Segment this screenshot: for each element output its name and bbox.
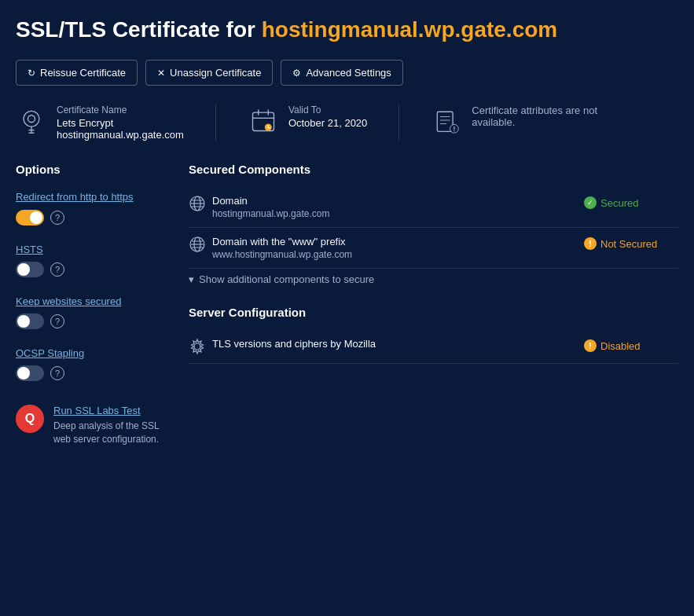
svg-point-0 bbox=[24, 112, 39, 127]
domain-www-name: Domain with the "www" prefix bbox=[212, 236, 584, 248]
cert-name-value1: Lets Encrypt bbox=[57, 117, 184, 129]
ssl-labs-icon: Q bbox=[16, 405, 44, 433]
svg-point-29 bbox=[194, 343, 200, 350]
cert-valid-item: Valid To October 21, 2020 bbox=[248, 104, 367, 136]
cert-name-label: Certificate Name bbox=[57, 104, 184, 116]
domain-www-row: Domain with the "www" prefix www.hosting… bbox=[189, 228, 678, 269]
domain-icon bbox=[189, 195, 206, 212]
secured-column: Secured Components Domain bbox=[189, 163, 678, 446]
certificate-icon bbox=[16, 104, 47, 136]
toggle-knob bbox=[17, 263, 30, 276]
toggle-knob bbox=[30, 211, 42, 224]
domain-www-status-text: Not Secured bbox=[600, 238, 657, 250]
domain-name: Domain bbox=[212, 195, 584, 207]
show-additional-link[interactable]: ▾ Show additional components to secure bbox=[189, 269, 678, 290]
advanced-settings-button[interactable]: ⚙ Advanced Settings bbox=[281, 60, 402, 86]
redirect-http-option-item: Redirect from http to https ? bbox=[16, 190, 173, 225]
svg-point-15 bbox=[454, 130, 455, 131]
server-config-title: Server Configuration bbox=[189, 306, 678, 319]
tls-gear-icon bbox=[189, 338, 206, 355]
hsts-option-item: HSTS ? bbox=[16, 243, 173, 277]
keep-websites-toggle[interactable] bbox=[16, 314, 44, 329]
ssl-labs-title-link[interactable]: Run SSL Labs Test bbox=[53, 405, 173, 416]
page-title: SSL/TLS Certificate for hostingmanual.wp… bbox=[16, 16, 678, 44]
chevron-down-icon: ▾ bbox=[189, 273, 194, 285]
tls-status-text: Disabled bbox=[600, 340, 641, 352]
ocsp-controls: ? bbox=[16, 365, 173, 381]
cert-info-row: Certificate Name Lets Encrypt hostingman… bbox=[16, 104, 678, 141]
domain-value: hostingmanual.wp.gate.com bbox=[212, 208, 584, 219]
status-not-secured-icon: ! bbox=[584, 237, 597, 250]
keep-websites-controls: ? bbox=[16, 314, 173, 329]
keep-websites-option-item: Keep websites secured ? bbox=[16, 295, 173, 329]
domain-status-text: Secured bbox=[600, 197, 638, 209]
tls-row-left: TLS versions and ciphers by Mozilla bbox=[189, 338, 584, 355]
options-column: Options Redirect from http to https ? HS… bbox=[16, 163, 189, 446]
domain-row-left: Domain hostingmanual.wp.gate.com bbox=[189, 195, 584, 219]
tls-row: TLS versions and ciphers by Mozilla ! Di… bbox=[189, 330, 678, 364]
keep-websites-link[interactable]: Keep websites secured bbox=[16, 295, 173, 309]
redirect-http-link[interactable]: Redirect from http to https bbox=[16, 190, 173, 204]
domain-component-text: Domain hostingmanual.wp.gate.com bbox=[212, 195, 584, 219]
server-config-section: Server Configuration TLS versions and ci… bbox=[189, 306, 678, 364]
ocsp-toggle[interactable] bbox=[16, 365, 44, 381]
keep-websites-help-icon[interactable]: ? bbox=[50, 314, 64, 328]
cert-valid-label: Valid To bbox=[288, 104, 367, 116]
cert-attributes-value: Certificate attributes are not available… bbox=[472, 104, 613, 128]
domain-row: Domain hostingmanual.wp.gate.com Secured bbox=[189, 187, 678, 228]
domain-www-value: www.hostingmanual.wp.gate.com bbox=[212, 249, 584, 260]
title-domain: hostingmanual.wp.gate.com bbox=[262, 17, 557, 42]
tls-status-disabled: ! Disabled bbox=[584, 339, 678, 352]
cert-name-value2: hostingmanual.wp.gate.com bbox=[57, 129, 184, 141]
cert-valid-value: October 21, 2020 bbox=[288, 117, 367, 129]
show-additional-text: Show additional components to secure bbox=[199, 273, 374, 285]
cert-separator-2 bbox=[398, 104, 399, 141]
unassign-label: Unassign Certificate bbox=[170, 67, 261, 79]
hsts-help-icon[interactable]: ? bbox=[50, 262, 64, 277]
hsts-controls: ? bbox=[16, 262, 173, 277]
unassign-icon: ✕ bbox=[157, 68, 165, 79]
domain-www-icon bbox=[189, 236, 206, 253]
svg-point-1 bbox=[28, 116, 35, 123]
unassign-certificate-button[interactable]: ✕ Unassign Certificate bbox=[145, 60, 273, 86]
reissue-certificate-button[interactable]: ↻ Reissue Certificate bbox=[16, 60, 138, 86]
cert-attributes-item: Certificate attributes are not available… bbox=[431, 104, 613, 136]
cert-valid-text: Valid To October 21, 2020 bbox=[288, 104, 367, 129]
redirect-http-controls: ? bbox=[16, 210, 173, 226]
tls-status-icon: ! bbox=[584, 339, 597, 352]
ocsp-option-item: OCSP Stapling ? bbox=[16, 346, 173, 381]
status-secured-icon bbox=[584, 196, 597, 209]
hsts-link[interactable]: HSTS bbox=[16, 243, 173, 257]
ssl-labs-desc: Deep analysis of the SSL web server conf… bbox=[53, 420, 173, 446]
domain-www-status-not-secured: ! Not Secured bbox=[584, 237, 678, 250]
options-title: Options bbox=[16, 163, 173, 176]
cert-attributes-text: Certificate attributes are not available… bbox=[472, 104, 613, 128]
ssl-labs-text: Run SSL Labs Test Deep analysis of the S… bbox=[53, 405, 173, 446]
calendar-icon bbox=[248, 104, 279, 136]
domain-www-status: ! Not Secured bbox=[584, 236, 678, 250]
title-plain: SSL/TLS Certificate for bbox=[16, 17, 262, 42]
cert-name-text: Certificate Name Lets Encrypt hostingman… bbox=[57, 104, 184, 141]
domain-status: Secured bbox=[584, 195, 678, 209]
hsts-toggle[interactable] bbox=[16, 262, 44, 277]
advanced-label: Advanced Settings bbox=[306, 67, 391, 79]
ocsp-link[interactable]: OCSP Stapling bbox=[16, 346, 173, 361]
action-buttons-row: ↻ Reissue Certificate ✕ Unassign Certifi… bbox=[16, 60, 678, 86]
tls-name: TLS versions and ciphers by Mozilla bbox=[212, 338, 584, 350]
domain-status-secured: Secured bbox=[584, 196, 678, 209]
cert-separator-1 bbox=[215, 104, 216, 141]
ocsp-help-icon[interactable]: ? bbox=[50, 366, 64, 380]
reissue-label: Reissue Certificate bbox=[40, 67, 126, 79]
ssl-labs-section: Q Run SSL Labs Test Deep analysis of the… bbox=[16, 405, 173, 446]
page-container: SSL/TLS Certificate for hostingmanual.wp… bbox=[0, 0, 694, 462]
settings-icon: ⚙ bbox=[292, 68, 301, 79]
domain-www-row-left: Domain with the "www" prefix www.hosting… bbox=[189, 236, 584, 260]
toggle-knob bbox=[17, 367, 30, 380]
tls-status: ! Disabled bbox=[584, 338, 678, 352]
redirect-http-toggle[interactable] bbox=[16, 210, 44, 226]
redirect-http-help-icon[interactable]: ? bbox=[50, 211, 64, 225]
ssl-labs-letter: Q bbox=[25, 412, 35, 426]
cert-name-item: Certificate Name Lets Encrypt hostingman… bbox=[16, 104, 184, 141]
toggle-knob bbox=[17, 315, 30, 328]
domain-www-component-text: Domain with the "www" prefix www.hosting… bbox=[212, 236, 584, 260]
